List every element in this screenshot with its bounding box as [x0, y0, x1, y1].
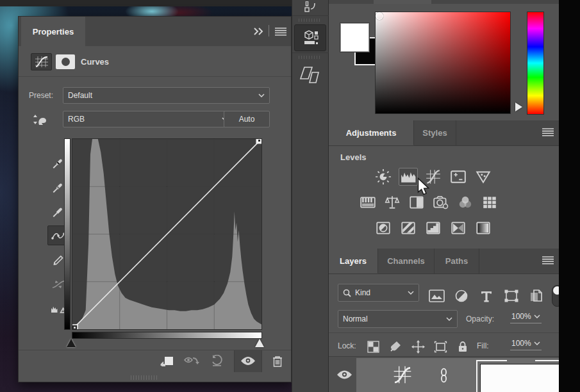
dock-grip-2[interactable]: [299, 56, 322, 59]
adjustments-menu-icon[interactable]: [542, 127, 554, 136]
input-gradient-strip: [72, 332, 262, 339]
photoshop-workspace: Properties Curves Preset: Default: [0, 0, 580, 392]
curves-plot[interactable]: [72, 138, 262, 330]
row-divider: [329, 332, 559, 333]
invert-icon[interactable]: [374, 219, 393, 237]
color-field-marker[interactable]: [376, 12, 383, 20]
threshold-icon[interactable]: [424, 219, 443, 237]
output-gradient-strip: [64, 138, 70, 330]
channel-mixer-icon[interactable]: [456, 193, 475, 211]
layer-mask-selection-frame: [476, 360, 566, 392]
foreground-color-swatch[interactable]: [340, 23, 369, 52]
clip-to-layer-button[interactable]: [159, 355, 174, 368]
layers-panel: Layers Channels Paths Kind: [329, 249, 559, 392]
layer-visibility-button[interactable]: [234, 350, 262, 372]
adjustments-row-3: [374, 219, 493, 237]
layer-row-curves[interactable]: [356, 358, 559, 392]
dock-panel-icon-top[interactable]: [292, 0, 328, 15]
filter-pixel-layers-icon[interactable]: [427, 287, 446, 305]
color-balance-icon[interactable]: [383, 193, 402, 211]
layer-filter-dropdown[interactable]: Kind: [338, 284, 419, 302]
delete-adjustment-button[interactable]: [272, 355, 283, 368]
layers-menu-icon[interactable]: [542, 256, 554, 265]
layer-mask-thumbnail[interactable]: [480, 364, 561, 392]
layer-mask-icon[interactable]: [56, 54, 75, 69]
color-panel-tab-strip: [329, 0, 559, 4]
properties-footer: [19, 350, 291, 372]
dock-transform-panel-icon[interactable]: [292, 60, 328, 90]
curves-histogram-svg: [72, 139, 261, 329]
lock-image-pixels-icon[interactable]: [388, 338, 403, 355]
vibrance-icon[interactable]: [474, 168, 493, 186]
posterize-icon[interactable]: [399, 219, 418, 237]
adjustments-panel: Adjustments Styles Levels: [329, 120, 559, 249]
hue-slider-strip[interactable]: [527, 12, 544, 115]
reset-adjustment-button[interactable]: [210, 355, 224, 368]
dock-3d-panel-icon[interactable]: [292, 23, 328, 53]
brightness-contrast-icon[interactable]: [374, 168, 393, 186]
opacity-value: 100%: [511, 312, 531, 321]
mouse-cursor: [416, 177, 430, 197]
filter-smart-objects-icon[interactable]: [527, 287, 546, 305]
collapsed-panel-dock: [292, 0, 329, 392]
tab-styles[interactable]: Styles: [414, 120, 456, 145]
filter-adjustment-layers-icon[interactable]: [452, 287, 471, 305]
fill-label: Fill:: [477, 341, 489, 350]
mask-link-icon[interactable]: [439, 368, 449, 383]
curve-endpoint-high: [256, 139, 261, 143]
selective-color-icon[interactable]: [449, 219, 468, 237]
lock-all-icon[interactable]: [455, 338, 470, 355]
opacity-control[interactable]: 100%: [510, 311, 542, 323]
panel-title: Curves: [81, 57, 109, 67]
highlight-input-slider[interactable]: [255, 339, 264, 347]
mask-frame-notch: [507, 360, 535, 362]
panel-resize-grip[interactable]: [131, 375, 159, 380]
adjustments-tabbar: Adjustments Styles: [329, 120, 559, 146]
layer-visibility-eye-icon[interactable]: [336, 370, 352, 380]
right-panel-column: Adjustments Styles Levels: [329, 0, 559, 392]
lock-position-icon[interactable]: [410, 338, 426, 355]
adjustment-hover-label: Levels: [340, 152, 366, 162]
lock-artboard-icon[interactable]: [433, 338, 448, 355]
tab-properties[interactable]: Properties: [21, 17, 85, 46]
dock-grip[interactable]: [299, 19, 322, 22]
exposure-icon[interactable]: [449, 168, 468, 186]
lock-label: Lock:: [338, 341, 356, 350]
layer-thumbnail-curves-icon[interactable]: [392, 365, 413, 384]
layer-filter-icons: [427, 285, 563, 307]
color-panel-tab-top: [374, 0, 431, 4]
properties-menu-icon[interactable]: [274, 27, 287, 36]
hue-slider-handle[interactable]: [515, 102, 522, 111]
blend-mode-value: Normal: [343, 314, 368, 323]
preset-label: Preset:: [29, 91, 53, 100]
fill-value: 100%: [511, 339, 531, 348]
lock-transparency-icon[interactable]: [365, 338, 381, 355]
gradient-map-icon[interactable]: [474, 219, 493, 237]
adjustments-row-1: [374, 168, 493, 186]
photo-filter-icon[interactable]: [431, 193, 451, 211]
fill-control[interactable]: 100%: [510, 338, 542, 350]
targeted-adjustment-icon[interactable]: [31, 113, 47, 128]
curves-adjustment-icon[interactable]: [31, 53, 52, 70]
levels-icon[interactable]: [399, 168, 418, 186]
auto-button[interactable]: Auto: [224, 111, 270, 127]
blend-mode-dropdown[interactable]: Normal: [338, 310, 458, 328]
filter-value: Kind: [355, 288, 370, 297]
filter-type-layers-icon[interactable]: [477, 287, 496, 305]
collapse-panel-icon[interactable]: [253, 26, 267, 37]
color-lookup-icon[interactable]: [480, 193, 499, 211]
opacity-label: Opacity:: [466, 314, 494, 323]
tab-layers[interactable]: Layers: [329, 249, 378, 274]
tab-adjustments[interactable]: Adjustments: [329, 120, 414, 145]
hue-saturation-icon[interactable]: [358, 193, 377, 211]
filter-shape-layers-icon[interactable]: [502, 287, 521, 305]
channel-dropdown[interactable]: RGB: [63, 111, 233, 127]
tab-channels[interactable]: Channels: [378, 249, 435, 274]
preset-dropdown[interactable]: Default: [63, 87, 270, 104]
view-previous-state-button[interactable]: [184, 355, 201, 367]
tab-paths[interactable]: Paths: [435, 249, 479, 274]
shadow-input-slider[interactable]: [67, 339, 76, 347]
header-divider: [269, 25, 269, 37]
layer-list: [329, 356, 559, 392]
saturation-brightness-field[interactable]: [375, 12, 511, 114]
